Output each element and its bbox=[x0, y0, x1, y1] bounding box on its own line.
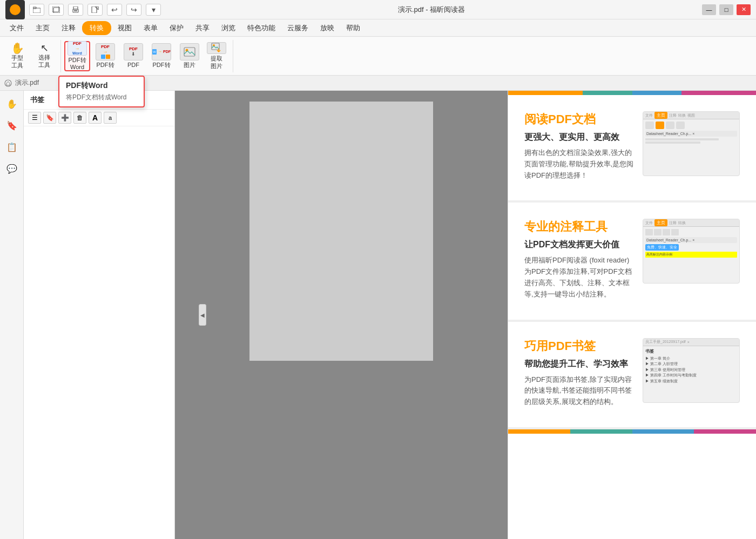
bottom-color-bar bbox=[508, 429, 756, 434]
maximize-btn[interactable]: □ bbox=[719, 4, 733, 15]
hand-tool-label: 手型工具 bbox=[11, 55, 23, 69]
menu-cloud[interactable]: 云服务 bbox=[282, 21, 314, 35]
pdf-to-word-tooltip: PDF转Word 将PDF文档转成Word bbox=[58, 76, 145, 107]
panel-content bbox=[24, 126, 174, 539]
pdf-to-word-btn[interactable]: PDF → Word PDF转Word bbox=[64, 41, 90, 71]
feature-annotation-title: 专业的注释工具 bbox=[524, 219, 634, 235]
panel-font-large-btn[interactable]: A bbox=[89, 112, 102, 124]
redo-btn[interactable]: ↪ bbox=[126, 4, 141, 16]
feature-annotation: 专业的注释工具 让PDF文档发挥更大价值 使用福昕PDF阅读器 (foxit r… bbox=[508, 203, 756, 321]
hand-select-group: ✋ 手型工具 ↖ 选择工具 bbox=[4, 40, 61, 72]
extract-image-label: 提取图片 bbox=[211, 55, 222, 69]
menu-annotation[interactable]: 注释 bbox=[56, 21, 81, 35]
panel-menu-btn[interactable]: ☰ bbox=[28, 112, 41, 124]
pdf-to-others-btn[interactable]: PDF → PDF转 bbox=[92, 41, 118, 71]
undo-btn[interactable]: ↩ bbox=[107, 4, 122, 16]
pdf-content-area bbox=[175, 91, 508, 539]
menu-protect[interactable]: 保护 bbox=[164, 21, 189, 35]
sidebar-panel: 书签 ☰ 🔖 ➕ 🗑 A a bbox=[24, 91, 175, 539]
to-pdf-btn[interactable]: W → PDF PDF转 bbox=[148, 41, 174, 71]
title-bar: ↩ ↪ ▾ 演示.pdf - 福昕阅读器 — □ ✕ bbox=[0, 0, 756, 19]
panel-toolbar: ☰ 🔖 ➕ 🗑 A a bbox=[24, 110, 174, 126]
customize-btn[interactable]: ▾ bbox=[146, 4, 161, 16]
menu-view[interactable]: 视图 bbox=[112, 21, 137, 35]
menu-slideshow[interactable]: 放映 bbox=[315, 21, 340, 35]
sidebar-comment-icon[interactable]: 💬 bbox=[3, 160, 21, 177]
right-feature-panel: 阅读PDF文档 更强大、更实用、更高效 拥有出色的文档渲染染效果,强大的页面管理… bbox=[508, 91, 756, 539]
close-btn[interactable]: ✕ bbox=[737, 4, 751, 15]
window-title: 演示.pdf - 福昕阅读器 bbox=[398, 5, 465, 15]
menu-features[interactable]: 特色功能 bbox=[242, 21, 281, 35]
menu-home[interactable]: 主页 bbox=[30, 21, 55, 35]
sidebar-bookmark-icon[interactable]: 🔖 bbox=[3, 117, 21, 134]
feature-read-subtitle: 更强大、更实用、更高效 bbox=[524, 132, 634, 143]
feature-bookmark-screenshot: 员工手册_20120917.pdf × 书签 ▶ 第一章 简介 ▶ 第二章 入职… bbox=[643, 338, 740, 403]
select-tool-btn[interactable]: ↖ 选择工具 bbox=[31, 41, 57, 71]
to-image-label: 图片 bbox=[184, 62, 195, 69]
folder-btn[interactable] bbox=[29, 4, 44, 16]
logo-dot bbox=[10, 4, 21, 15]
feature-read-desc: 拥有出色的文档渲染染效果,强大的页面管理功能,帮助提升效率,是您阅读PDF的理想… bbox=[524, 147, 634, 181]
main-area: ✋ 🔖 📋 💬 书签 ☰ 🔖 ➕ 🗑 A a ◀ bbox=[0, 91, 756, 539]
sidebar-pages-icon[interactable]: 📋 bbox=[3, 138, 21, 156]
menu-convert[interactable]: 转换 bbox=[82, 21, 111, 35]
feature-read-pdf: 阅读PDF文档 更强大、更实用、更高效 拥有出色的文档渲染染效果,强大的页面管理… bbox=[508, 95, 756, 203]
hand-tool-btn[interactable]: ✋ 手型工具 bbox=[4, 41, 30, 71]
menu-form[interactable]: 表单 bbox=[138, 21, 163, 35]
title-bar-left: ↩ ↪ ▾ bbox=[5, 0, 161, 19]
menu-share[interactable]: 共享 bbox=[190, 21, 215, 35]
menu-help[interactable]: 帮助 bbox=[341, 21, 366, 35]
cursor-icon: ↖ bbox=[40, 43, 49, 53]
svg-rect-11 bbox=[184, 48, 195, 56]
feature-annotation-desc: 使用福昕PDF阅读器 (foxit reader) 为PDF文件添加注释,可对P… bbox=[524, 255, 634, 300]
minimize-btn[interactable]: — bbox=[702, 4, 716, 15]
svg-rect-6 bbox=[74, 10, 77, 11]
print-btn[interactable] bbox=[68, 4, 83, 16]
menu-browse[interactable]: 浏览 bbox=[216, 21, 241, 35]
toolbar: ✋ 手型工具 ↖ 选择工具 PDF → Word PDF转Word PDF → … bbox=[0, 37, 756, 76]
color-header-bar bbox=[508, 91, 756, 95]
pdf-export-label: PDF bbox=[127, 62, 139, 69]
window-controls: — □ ✕ bbox=[702, 4, 751, 15]
feature-read-title: 阅读PDF文档 bbox=[524, 111, 634, 127]
to-pdf-label: PDF转 bbox=[153, 62, 171, 69]
filepath-text: 演示.pdf bbox=[15, 78, 39, 87]
extract-image-btn[interactable]: 提取图片 bbox=[204, 41, 230, 71]
sidebar-hand-icon[interactable]: ✋ bbox=[3, 95, 21, 112]
menu-bar: 文件 主页 注释 转换 视图 表单 保护 共享 浏览 特色功能 云服务 放映 帮… bbox=[0, 19, 756, 37]
pdf-export-btn[interactable]: PDF ⬇ PDF bbox=[120, 41, 146, 71]
menu-file[interactable]: 文件 bbox=[4, 21, 29, 35]
feature-bookmark-title: 巧用PDF书签 bbox=[524, 338, 634, 354]
panel-font-small-btn[interactable]: a bbox=[104, 112, 117, 124]
feature-bookmark-desc: 为PDF页面添加书签,除了实现内容的快速导航,书签还能指明不同书签的层级关系,展… bbox=[524, 374, 634, 408]
feature-annotation-screenshot: 文件 主页 注释 转换 Datashee bbox=[643, 219, 740, 284]
image-group: 图片 提取图片 bbox=[177, 40, 233, 72]
feature-annotation-subtitle: 让PDF文档发挥更大价值 bbox=[524, 239, 634, 251]
pdf-page-1 bbox=[249, 102, 433, 361]
panel-bookmark-btn[interactable]: 🔖 bbox=[43, 112, 56, 124]
feature-bookmark: 巧用PDF书签 帮助您提升工作、学习效率 为PDF页面添加书签,除了实现内容的快… bbox=[508, 322, 756, 429]
main-content-wrapper: 书签 ☰ 🔖 ➕ 🗑 A a ◀ bbox=[24, 91, 756, 539]
tooltip-description: 将PDF文档转成Word bbox=[66, 93, 137, 102]
svg-rect-5 bbox=[73, 6, 78, 9]
select-tool-label: 选择工具 bbox=[38, 54, 50, 68]
new-file-btn[interactable] bbox=[87, 4, 103, 16]
new-window-btn[interactable] bbox=[49, 4, 64, 16]
app-logo bbox=[5, 0, 25, 19]
panel-collapse-btn[interactable]: ◀ bbox=[199, 304, 206, 326]
hand-icon: ✋ bbox=[11, 43, 24, 53]
pdf-to-word-label: PDF转Word bbox=[69, 57, 86, 71]
panel-add-btn[interactable]: ➕ bbox=[58, 112, 71, 124]
to-image-btn[interactable]: 图片 bbox=[177, 41, 202, 71]
home-icon bbox=[4, 79, 12, 87]
tooltip-title: PDF转Word bbox=[66, 81, 137, 91]
pdf-to-others-label: PDF转 bbox=[97, 62, 114, 69]
feature-bookmark-subtitle: 帮助您提升工作、学习效率 bbox=[524, 359, 634, 370]
feature-read-screenshot: 文件 主页 注释 转换 视图 bbox=[643, 111, 740, 176]
left-sidebar: ✋ 🔖 📋 💬 bbox=[0, 91, 24, 539]
panel-delete-btn[interactable]: 🗑 bbox=[73, 112, 86, 124]
